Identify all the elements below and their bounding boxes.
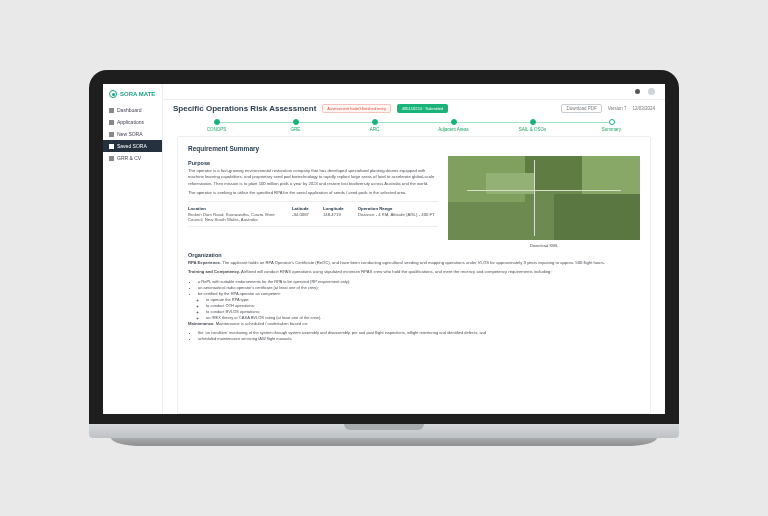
meta-key: Longitude (323, 206, 344, 211)
meta-value: Distance - 4 KM, Altitude (AGL) - 400 FT (358, 212, 435, 217)
meta-latitude: Latitude -34.0087 (292, 206, 309, 222)
dashboard-icon (109, 108, 114, 113)
plus-icon (109, 132, 114, 137)
meta-key: Location (188, 206, 278, 211)
sidebar-item-grr-cv[interactable]: GRR & CV (103, 152, 162, 164)
rpa-experience: RPA Experience. The applicant holds an R… (188, 260, 640, 266)
step-adjacent[interactable]: Adjacent Areas (414, 119, 493, 132)
para-lead: Maintenance. (188, 321, 215, 326)
meta-key: Operation Range (358, 206, 435, 211)
summary-card: Requirement Summary Purpose The operator… (177, 136, 651, 414)
sidebar-item-new-sora[interactable]: New SORA (103, 128, 162, 140)
page-title: Specific Operations Risk Assessment (173, 104, 316, 113)
step-label: ARC (370, 127, 380, 132)
purpose-paragraph: The operator is seeking to utilise the s… (188, 190, 438, 196)
sidebar-item-dashboard[interactable]: Dashboard (103, 104, 162, 116)
sidebar-item-applications[interactable]: Applications (103, 116, 162, 128)
meta-location: Location Broken Dam Road, Koorawatha, Co… (188, 206, 278, 222)
meta-longitude: Longitude 148.4719 (323, 206, 344, 222)
step-arc[interactable]: ARC (335, 119, 414, 132)
list-item-text: be certified by the RPA operator as comp… (198, 291, 281, 296)
laptop-mockup: SORA MATE Dashboard Applications New SOR… (89, 70, 679, 446)
purpose-heading: Purpose (188, 160, 438, 166)
header-actions: Download PDF Version 7 12/03/2024 (561, 104, 655, 113)
step-label: SAIL & OSOs (519, 127, 546, 132)
page-header: Specific Operations Risk Assessment Asse… (163, 100, 665, 117)
maintenance: Maintenance. Maintenance is scheduled / … (188, 321, 640, 327)
para-body: Maintenance is scheduled / undertaken ba… (216, 321, 308, 326)
user-avatar[interactable] (648, 88, 655, 95)
stepper: CONOPS GRE ARC Adjacent Areas SAIL & OSO… (163, 117, 665, 136)
meta-op-range: Operation Range Distance - 4 KM, Altitud… (358, 206, 435, 222)
download-pdf-button[interactable]: Download PDF (561, 104, 601, 113)
meta-key: Latitude (292, 206, 309, 211)
topbar (163, 84, 665, 100)
save-icon (109, 144, 114, 149)
summary-text: Purpose The operator is a fast-growing e… (188, 156, 438, 248)
step-gre[interactable]: GRE (256, 119, 335, 132)
para-lead: RPA Experience. (188, 260, 221, 265)
laptop-hinge (89, 424, 679, 438)
map-column: Download KML (448, 156, 640, 248)
para-lead: Training and Competency. (188, 269, 240, 274)
step-label: Summary (602, 127, 621, 132)
apps-icon (109, 120, 114, 125)
version-date: 12/03/2024 (632, 106, 655, 111)
screen: SORA MATE Dashboard Applications New SOR… (103, 84, 665, 414)
para-body: The applicant holds an RPA Operator's Ce… (222, 260, 605, 265)
sidebar-item-label: New SORA (117, 131, 143, 137)
main: Specific Operations Risk Assessment Asse… (163, 84, 665, 414)
step-label: CONOPS (207, 127, 227, 132)
maintenance-list: the 'on condition' monitoring of the sys… (188, 330, 640, 342)
tag-badge: 485110224 · Submitted (397, 104, 448, 113)
sidebar-item-label: GRR & CV (117, 155, 141, 161)
version-label: Version 7 (608, 106, 627, 111)
laptop-base (111, 438, 657, 446)
download-kml-link[interactable]: Download KML (530, 243, 558, 248)
sidebar: SORA MATE Dashboard Applications New SOR… (103, 84, 163, 414)
bell-icon[interactable] (635, 89, 640, 94)
para-body: AirSeed will conduct RPAS operations usi… (241, 269, 552, 274)
section-title: Requirement Summary (188, 145, 640, 152)
step-label: Adjacent Areas (438, 127, 468, 132)
status-badge: Assessment hadn't finished entry (322, 104, 391, 113)
step-conops[interactable]: CONOPS (177, 119, 256, 132)
doc-icon (109, 156, 114, 161)
brand-logo-icon (109, 90, 117, 98)
meta-row: Location Broken Dam Road, Koorawatha, Co… (188, 201, 438, 227)
organization-heading: Organization (188, 252, 640, 258)
meta-value: 148.4719 (323, 212, 344, 217)
sidebar-item-label: Saved SORA (117, 143, 147, 149)
sidebar-item-label: Dashboard (117, 107, 141, 113)
screen-bezel: SORA MATE Dashboard Applications New SOR… (89, 70, 679, 424)
brand-name: SORA MATE (120, 91, 155, 97)
brand[interactable]: SORA MATE (103, 90, 162, 104)
training-competency: Training and Competency. AirSeed will co… (188, 269, 640, 275)
step-sail[interactable]: SAIL & OSOs (493, 119, 572, 132)
sidebar-item-label: Applications (117, 119, 144, 125)
purpose-paragraph: The operator is a fast-growing environme… (188, 168, 438, 187)
meta-value: -34.0087 (292, 212, 309, 217)
training-list: a RePL with suitable endorsements for th… (188, 279, 640, 321)
step-summary[interactable]: Summary (572, 119, 651, 132)
operation-area-map[interactable] (448, 156, 640, 240)
sidebar-item-saved-sora[interactable]: Saved SORA (103, 140, 162, 152)
app-root: SORA MATE Dashboard Applications New SOR… (103, 84, 665, 414)
step-label: GRE (291, 127, 301, 132)
content: Requirement Summary Purpose The operator… (163, 136, 665, 414)
meta-value: Broken Dam Road, Koorawatha, Cowra Shire… (188, 212, 278, 222)
list-item: scheduled maintenance servicing IAW flig… (198, 336, 640, 342)
list-item: be certified by the RPA operator as comp… (198, 291, 640, 321)
